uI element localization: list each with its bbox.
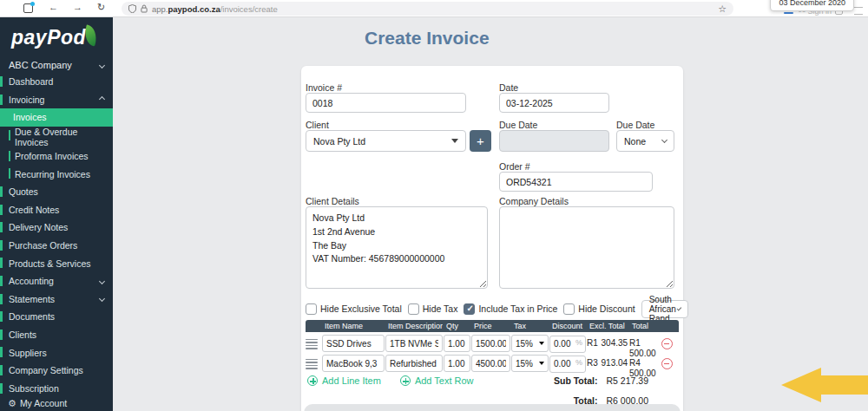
column-header: Qty xyxy=(444,322,470,330)
sidebar-item-label: Subscription xyxy=(9,383,59,394)
sidebar-item-due-overdue-invoices[interactable]: Due & Overdue Invoices xyxy=(0,127,113,147)
sidebar-item-accounting[interactable]: Accounting xyxy=(0,272,113,290)
chevron-down-icon xyxy=(99,278,105,284)
due-date-select[interactable]: None xyxy=(616,130,674,152)
lock-icon xyxy=(141,4,148,13)
sidebar-item-my-account[interactable]: ⚙ My Account xyxy=(0,395,113,411)
app-logo[interactable]: payPod xyxy=(0,17,113,57)
browser-toolbar: ← → ↻ app.paypod.co.za/invoices/create ☆… xyxy=(0,0,868,17)
sidebar-item-statements[interactable]: Statements xyxy=(0,290,113,309)
total-value: R4 500.00 xyxy=(629,355,661,378)
sidebar: payPod ABC Company DashboardInvoicingInv… xyxy=(0,17,113,411)
order-number-input[interactable] xyxy=(499,172,653,192)
due-date-input[interactable] xyxy=(499,130,609,152)
sidebar-item-label: Quotes xyxy=(9,186,38,197)
sidebar-item-label: Recurring Invoices xyxy=(15,169,90,179)
forward-button[interactable]: → xyxy=(73,2,82,12)
column-header: Tax xyxy=(511,322,549,330)
drag-handle-icon[interactable] xyxy=(306,335,318,349)
next-section-panel xyxy=(304,404,681,411)
sidebar-item-label: Dashboard xyxy=(9,76,53,87)
dropdown-arrow-icon xyxy=(539,362,544,365)
address-bar[interactable]: app.paypod.co.za/invoices/create ☆ xyxy=(122,2,733,16)
excl-total-value: R3 913.04 xyxy=(587,355,628,369)
tab-icon xyxy=(23,3,33,13)
bookmark-star-icon[interactable]: ☆ xyxy=(718,4,727,14)
include-tax-in-price-checkbox[interactable]: Include Tax in Price xyxy=(464,303,557,315)
add-client-button[interactable]: + xyxy=(470,130,491,152)
shield-icon xyxy=(128,4,136,13)
sidebar-item-label: Purchase Orders xyxy=(9,240,77,251)
currency-select[interactable]: South African Rand xyxy=(641,300,688,318)
sidebar-item-clients[interactable]: Clients xyxy=(0,326,113,344)
sidebar-item-label: Credit Notes xyxy=(9,205,59,215)
subtotal-label: Sub Total: xyxy=(554,375,598,386)
main-content: Create Invoice Invoice # Date Client Nov… xyxy=(113,17,868,411)
tax-select[interactable]: 15% xyxy=(511,335,549,352)
hide-exclusive-total-checkbox[interactable]: Hide Exclusive Total xyxy=(306,303,402,315)
hide-discount-checkbox[interactable]: Hide Discount xyxy=(563,303,635,315)
client-label: Client xyxy=(306,120,329,130)
sidebar-item-purchase-orders[interactable]: Purchase Orders xyxy=(0,237,113,255)
company-details-textarea[interactable] xyxy=(499,206,674,289)
sidebar-item-company-settings[interactable]: Company Settings xyxy=(0,362,113,380)
item-name-input[interactable] xyxy=(322,335,385,352)
invoice-number-input[interactable] xyxy=(306,93,466,113)
sidebar-item-label: Documents xyxy=(9,311,55,322)
sidebar-item-documents[interactable]: Documents xyxy=(0,308,113,326)
qty-input[interactable] xyxy=(444,355,470,372)
item-name-input[interactable] xyxy=(322,355,385,372)
company-selector[interactable]: ABC Company xyxy=(0,57,113,73)
display-options-row: Hide Exclusive Total Hide Tax Include Ta… xyxy=(306,298,679,319)
client-select[interactable]: Nova Pty Ltd xyxy=(306,130,466,152)
date-label: Date xyxy=(499,82,518,93)
column-header: Total xyxy=(629,322,661,330)
drag-handle-icon[interactable] xyxy=(306,355,318,369)
column-header: Item Name xyxy=(322,322,385,330)
company-name: ABC Company xyxy=(9,60,72,70)
sidebar-item-credit-notes[interactable]: Credit Notes xyxy=(0,201,113,219)
sidebar-item-quotes[interactable]: Quotes xyxy=(0,183,113,201)
sidebar-item-subscription[interactable]: Subscription xyxy=(0,380,113,398)
excl-total-value: R1 304.35 xyxy=(587,335,628,349)
remove-row-button[interactable] xyxy=(661,338,673,349)
company-details-label: Company Details xyxy=(499,196,569,206)
price-input[interactable] xyxy=(471,335,510,352)
annotation-arrow xyxy=(781,368,868,402)
sidebar-item-recurring-invoices[interactable]: Recurring Invoices xyxy=(0,165,113,183)
chevron-down-icon xyxy=(99,296,105,302)
remove-row-button[interactable] xyxy=(661,358,673,369)
back-button[interactable]: ← xyxy=(49,2,58,12)
sidebar-item-proforma-invoices[interactable]: Proforma Invoices xyxy=(0,147,113,166)
price-input[interactable] xyxy=(471,355,510,372)
hide-tax-checkbox[interactable]: Hide Tax xyxy=(408,303,458,315)
due-date-select-label: Due Date xyxy=(616,120,654,130)
tax-select[interactable]: 15% xyxy=(511,355,549,372)
qty-input[interactable] xyxy=(444,335,470,352)
sidebar-item-label: Delivery Notes xyxy=(9,222,68,232)
invoice-number-label: Invoice # xyxy=(306,82,342,93)
sidebar-item-dashboard[interactable]: Dashboard xyxy=(0,73,113,91)
date-input[interactable] xyxy=(499,93,609,113)
menu-icon[interactable] xyxy=(854,7,863,15)
sidebar-item-label: Products & Services xyxy=(9,258,91,269)
chevron-up-icon xyxy=(99,96,105,102)
subtotal-row: Sub Total: R5 217.39 xyxy=(457,375,648,386)
item-description-input[interactable] xyxy=(385,355,443,372)
circle-plus-icon xyxy=(307,375,318,386)
sidebar-item-invoices[interactable]: Invoices xyxy=(0,108,113,127)
sidebar-nav: DashboardInvoicingInvoicesDue & Overdue … xyxy=(0,73,113,397)
add-line-item-button[interactable]: Add Line Item xyxy=(307,375,381,386)
sidebar-item-delivery-notes[interactable]: Delivery Notes xyxy=(0,219,113,237)
url-text: app.paypod.co.za/invoices/create xyxy=(152,4,278,14)
client-details-textarea[interactable]: Nova Pty Ltd 1st 2nd Avenue The Bay VAT … xyxy=(306,206,488,289)
sidebar-item-label: Statements xyxy=(9,294,55,304)
sidebar-item-invoicing[interactable]: Invoicing xyxy=(0,91,113,109)
column-header: Item Description xyxy=(385,322,443,330)
item-description-input[interactable] xyxy=(385,335,443,352)
sidebar-item-suppliers[interactable]: Suppliers xyxy=(0,343,113,362)
sidebar-item-products-services[interactable]: Products & Services xyxy=(0,254,113,272)
order-number-label: Order # xyxy=(499,161,530,172)
page-title: Create Invoice xyxy=(365,28,490,49)
reload-button[interactable]: ↻ xyxy=(97,2,105,13)
